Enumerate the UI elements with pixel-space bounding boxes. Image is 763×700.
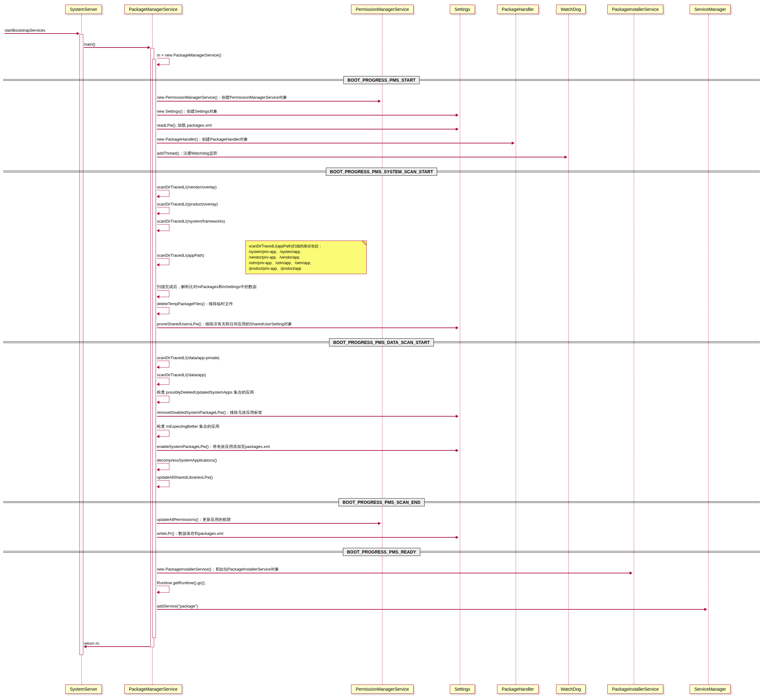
lifeline-watchdog <box>569 14 569 686</box>
msg-scan-compare: 扫描完成后，解析比对mPackages和mSettings中的数据 <box>157 284 257 297</box>
participant-watchdog-bot: WatchDog <box>556 684 586 694</box>
msg-scan-system-frameworks: scanDirTracedLI(/system/frameworks) <box>157 219 225 231</box>
participant-label: PackageManagerService <box>129 7 177 12</box>
msg-label: decompressSystemApplications() <box>157 458 217 462</box>
lifeline-svcmgr <box>708 14 709 686</box>
msg-scan-product-overlay: scanDirTracedLI(/product/overlay) <box>157 202 218 214</box>
participant-label: PackageInstallerService <box>612 7 659 12</box>
participant-label: SystemServer <box>70 687 97 692</box>
divider-pms-start: BOOT_PROGRESS_PMS_START <box>3 76 760 85</box>
msg-check-expecting: 检查 mExpectingBetter 集合的应用 <box>157 424 219 437</box>
msg-label: new Settings()：创建Settings对象 <box>157 109 458 114</box>
participant-label: PackageManagerService <box>129 687 177 692</box>
msg-addservice: addService("package") <box>157 604 707 610</box>
msg-label: startBootstrapServices <box>5 28 79 33</box>
msg-label: scanDirTracedLI(/vendor/overlay) <box>157 185 216 189</box>
participant-label: WatchDog <box>561 687 581 692</box>
participant-label: PermissionManagerService <box>356 687 409 692</box>
participant-settings-top: Settings <box>450 5 475 14</box>
divider-label: BOOT_PROGRESS_PMS_READY <box>343 548 420 556</box>
msg-gc: Runtime.getRuntime().gc(); <box>157 580 206 592</box>
msg-remove-disabled: removeDisabledSystemPackageLPw()：移除无效应用标… <box>157 410 458 417</box>
sequence-diagram: SystemServer PackageManagerService Permi… <box>3 3 760 697</box>
participant-systemserver-top: SystemServer <box>65 5 102 14</box>
participant-label: ServiceManager <box>694 687 726 692</box>
msg-label: scanDirTracedLI(/data/app-private) <box>157 355 219 360</box>
msg-scan-vendor-overlay: scanDirTracedLI(/vendor/overlay) <box>157 185 216 197</box>
msg-decompress: decompressSystemApplications() <box>157 458 217 470</box>
participant-label: PermissionManagerService <box>356 7 409 12</box>
msg-check-deleted: 检查 possiblyDeletedUpdatedSystemApps 集合的应… <box>157 389 254 403</box>
msg-readlpw: readLPw() :加载 packages.xml <box>157 123 458 130</box>
divider-data-scan-start: BOOT_PROGRESS_PMS_DATA_SCAN_START <box>3 338 760 348</box>
participant-installer-bot: PackageInstallerService <box>607 684 663 694</box>
msg-label: new PackageHandler()：创建PackageHandler对象 <box>157 137 514 142</box>
msg-label: m = new PackageManagerService() <box>157 53 221 58</box>
note-line: /system/priv-app、/system/app、 <box>249 249 363 255</box>
participant-label: WatchDog <box>561 7 581 12</box>
note-line: scanDirTracedLI(appPath)扫描的路径包括： <box>249 243 363 249</box>
participant-svcmgr-bot: ServiceManager <box>690 684 731 694</box>
divider-label: BOOT_PROGRESS_PMS_SCAN_END <box>338 498 425 506</box>
msg-return: return m; <box>84 641 150 647</box>
participant-label: Settings <box>454 7 470 12</box>
participant-label: PackageHandler <box>502 687 534 692</box>
msg-new-installer: new PackageInstallerService()：初始化Package… <box>157 567 632 573</box>
participant-pms-bot: PackageManagerService <box>124 684 182 694</box>
note-scan-paths: scanDirTracedLI(appPath)扫描的路径包括： /system… <box>246 241 367 274</box>
msg-label: addService("package") <box>157 604 707 608</box>
note-line: /odm/priv-app、/odm/app、/oem/app、 <box>249 260 363 266</box>
participant-label: SystemServer <box>70 7 97 12</box>
msg-label: main() <box>84 42 150 47</box>
msg-label: new PackageInstallerService()：初始化Package… <box>157 567 632 572</box>
msg-update-libs: updateAllSharedLibrariesLPw() <box>157 475 213 487</box>
msg-label: scanDirTracedLI(/system/frameworks) <box>157 219 225 223</box>
participant-installer-top: PackageInstallerService <box>607 5 663 14</box>
msg-startbootstrap: startBootstrapServices <box>5 28 79 34</box>
note-line: /product/priv-app、/product/app <box>249 266 363 271</box>
msg-label: scanDirTracedLI(/product/overlay) <box>157 202 218 206</box>
lifeline-installer <box>634 14 634 686</box>
participant-label: ServiceManager <box>694 7 726 12</box>
divider-scan-end: BOOT_PROGRESS_PMS_SCAN_END <box>3 498 760 508</box>
participant-svcmgr-top: ServiceManager <box>690 5 731 14</box>
msg-label: 检查 mExpectingBetter 集合的应用 <box>157 424 219 429</box>
lifeline-settings <box>460 14 460 686</box>
msg-new-permservice: new PermissionManagerService()：创建Permiss… <box>157 95 381 102</box>
participant-systemserver-bot: SystemServer <box>65 684 102 694</box>
msg-label: 检查 possiblyDeletedUpdatedSystemApps 集合的应… <box>157 389 254 395</box>
msg-enable-syspkg: enableSystemPackageLPw()：将有效应用添加至package… <box>157 444 458 451</box>
participant-permservice-bot: PermissionManagerService <box>351 684 414 694</box>
msg-prune-shared: pruneSharedUsersLPw()：移除没有关联任何应用的SharedU… <box>157 321 458 328</box>
participant-watchdog-top: WatchDog <box>556 5 586 14</box>
msg-label: return m; <box>84 641 150 646</box>
participant-label: PackageHandler <box>502 7 534 12</box>
divider-label: BOOT_PROGRESS_PMS_DATA_SCAN_START <box>329 338 434 347</box>
msg-label: addThread()：注册Watchdog监听 <box>157 150 567 156</box>
msg-label: scanDirTracedLI(appPath) <box>157 253 204 258</box>
msg-delete-temp: deleteTempPackageFiles()：移除临时文件 <box>157 301 233 314</box>
note-line: /vendor/priv-app、/vendor/app、 <box>249 255 363 260</box>
msg-label: readLPw() :加载 packages.xml <box>157 123 458 128</box>
msg-scan-apppath: scanDirTracedLI(appPath) <box>157 253 204 265</box>
divider-label: BOOT_PROGRESS_PMS_START <box>343 76 419 84</box>
msg-label: deleteTempPackageFiles()：移除临时文件 <box>157 301 233 307</box>
msg-update-perms: updateAllPermissions()：更新应用的权限 <box>157 517 381 524</box>
msg-scan-data-app: scanDirTracedLI(/data/app) <box>157 372 206 384</box>
participant-pkghandler-bot: PackageHandler <box>497 684 539 694</box>
msg-label: pruneSharedUsersLPw()：移除没有关联任何应用的SharedU… <box>157 321 458 327</box>
msg-writelpr: writeLPr()：数据保存到packages.xml <box>157 531 458 538</box>
participant-label: PackageInstallerService <box>612 687 659 692</box>
divider-label: BOOT_PROGRESS_PMS_SYSTEM_SCAN_START <box>326 168 437 176</box>
participant-label: Settings <box>454 687 470 692</box>
msg-label: scanDirTracedLI(/data/app) <box>157 372 206 377</box>
msg-label: removeDisabledSystemPackageLPw()：移除无效应用标… <box>157 410 458 416</box>
msg-label: writeLPr()：数据保存到packages.xml <box>157 531 458 536</box>
msg-label: Runtime.getRuntime().gc(); <box>157 580 206 585</box>
participant-pkghandler-top: PackageHandler <box>497 5 539 14</box>
msg-new-pms: m = new PackageManagerService() <box>157 53 221 65</box>
msg-label: enableSystemPackageLPw()：将有效应用添加至package… <box>157 444 458 450</box>
msg-label: new PermissionManagerService()：创建Permiss… <box>157 95 381 100</box>
participant-permservice-top: PermissionManagerService <box>351 5 414 14</box>
msg-main: main() <box>84 42 150 48</box>
